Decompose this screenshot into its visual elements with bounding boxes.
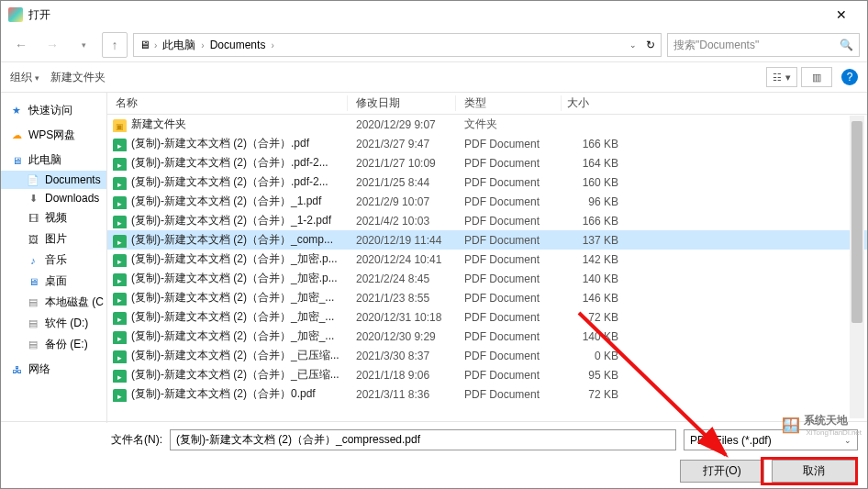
table-row[interactable]: ▣新建文件夹2020/12/29 9:07文件夹 bbox=[107, 115, 867, 134]
pdf-icon: ▸ bbox=[113, 196, 127, 209]
window-title: 打开 bbox=[28, 7, 823, 23]
newfolder-button[interactable]: 新建文件夹 bbox=[50, 70, 106, 85]
table-row[interactable]: ▸(复制)-新建文本文档 (2)（合并）_加密_...2020/12/31 10… bbox=[107, 307, 867, 327]
table-row[interactable]: ▸(复制)-新建文本文档 (2)（合并）_comp...2020/12/19 1… bbox=[107, 230, 867, 250]
refresh-icon[interactable]: ↻ bbox=[646, 39, 655, 51]
table-row[interactable]: ▸(复制)-新建文本文档 (2)（合并）0.pdf2021/3/11 8:36P… bbox=[107, 384, 867, 404]
table-row[interactable]: ▸(复制)-新建文本文档 (2)（合并）_1-2.pdf2021/4/2 10:… bbox=[107, 211, 867, 230]
pdf-icon: ▸ bbox=[113, 312, 127, 325]
breadcrumb-segment[interactable]: Documents bbox=[208, 39, 268, 51]
chevron-down-icon[interactable]: ⌄ bbox=[629, 40, 637, 50]
nav-up-icon[interactable]: ↑ bbox=[102, 32, 128, 58]
sidebar-item-documents[interactable]: 📄Documents bbox=[1, 171, 106, 189]
organize-menu[interactable]: 组织 bbox=[10, 70, 39, 85]
desktop-icon: 🖥 bbox=[27, 275, 39, 288]
app-icon bbox=[8, 7, 23, 22]
video-icon: 🎞 bbox=[27, 212, 39, 225]
pdf-icon: ▸ bbox=[113, 158, 127, 171]
chevron-right-icon: › bbox=[201, 40, 204, 50]
column-name[interactable]: 名称 bbox=[107, 95, 348, 111]
chevron-right-icon: › bbox=[154, 40, 157, 50]
pdf-icon: ▸ bbox=[113, 331, 127, 344]
file-list: 名称 修改日期 类型 大小 ▣新建文件夹2020/12/29 9:07文件夹▸(… bbox=[106, 93, 867, 423]
chevron-down-icon: ⌄ bbox=[844, 436, 851, 445]
preview-pane-icon[interactable]: ▥ bbox=[801, 67, 832, 87]
music-icon: ♪ bbox=[27, 254, 39, 267]
filename-label: 文件名(N): bbox=[111, 432, 162, 448]
nav-recent-icon[interactable]: ▾ bbox=[71, 32, 96, 58]
pdf-icon: ▸ bbox=[113, 389, 127, 402]
folder-icon: ▣ bbox=[113, 119, 127, 132]
nav-back-icon[interactable]: ← bbox=[8, 32, 34, 58]
pdf-icon: ▸ bbox=[113, 177, 127, 190]
document-icon: 📄 bbox=[27, 173, 39, 186]
toolbar: 组织 新建文件夹 ☷ ▾ ▥ ? bbox=[1, 61, 867, 93]
sidebar-item-quick[interactable]: ★快速访问 bbox=[1, 100, 106, 121]
chevron-right-icon: › bbox=[271, 40, 273, 50]
drive-icon: ▤ bbox=[27, 339, 39, 351]
search-placeholder: 搜索"Documents" bbox=[673, 38, 759, 53]
drive-icon: ▤ bbox=[27, 317, 39, 330]
search-input[interactable]: 搜索"Documents" 🔍 bbox=[667, 33, 860, 57]
pdf-icon: ▸ bbox=[113, 350, 127, 363]
table-row[interactable]: ▸(复制)-新建文本文档 (2)（合并）_加密.p...2020/12/24 1… bbox=[107, 250, 867, 269]
scrollbar[interactable] bbox=[850, 116, 864, 418]
breadcrumb[interactable]: 🖥 › 此电脑 › Documents › ⌄ ↻ bbox=[133, 33, 662, 57]
table-row[interactable]: ▸(复制)-新建文本文档 (2)（合并）_加密_...2020/12/30 9:… bbox=[107, 327, 867, 346]
sidebar-item-thispc[interactable]: 🖥此电脑 bbox=[1, 150, 106, 171]
open-button[interactable]: 打开(O) bbox=[680, 460, 764, 483]
drive-icon: ▤ bbox=[27, 296, 39, 309]
sidebar-item-wps[interactable]: ☁WPS网盘 bbox=[1, 125, 106, 146]
pdf-icon: ▸ bbox=[113, 370, 127, 383]
scrollbar-thumb[interactable] bbox=[851, 121, 862, 323]
table-row[interactable]: ▸(复制)-新建文本文档 (2)（合并）_1.pdf2021/2/9 10:07… bbox=[107, 192, 867, 211]
navbar: ← → ▾ ↑ 🖥 › 此电脑 › Documents › ⌄ ↻ 搜索"Doc… bbox=[1, 28, 867, 61]
watermark: 🪟 系统天地 XiTongTianDi.net bbox=[782, 413, 862, 437]
sidebar-item-pictures[interactable]: 🖼图片 bbox=[1, 228, 106, 250]
table-row[interactable]: ▸(复制)-新建文本文档 (2)（合并）_加密_...2021/1/23 8:5… bbox=[107, 288, 867, 307]
table-row[interactable]: ▸(复制)-新建文本文档 (2)（合并）.pdf2021/3/27 9:47PD… bbox=[107, 134, 867, 153]
pdf-icon: ▸ bbox=[113, 216, 127, 228]
pc-icon: 🖥 bbox=[139, 39, 150, 51]
footer: 文件名(N): PDF Files (*.pdf) ⌄ 打开(O) 取消 bbox=[1, 421, 867, 488]
table-row[interactable]: ▸(复制)-新建文本文档 (2)（合并）.pdf-2...2021/1/25 8… bbox=[107, 172, 867, 192]
view-options-icon[interactable]: ☷ ▾ bbox=[766, 67, 797, 87]
nav-forward-icon: → bbox=[39, 32, 65, 58]
cloud-icon: ☁ bbox=[10, 129, 23, 142]
help-icon[interactable]: ? bbox=[841, 69, 858, 85]
sidebar: ★快速访问 ☁WPS网盘 🖥此电脑 📄Documents ⬇Downloads … bbox=[1, 93, 106, 423]
sidebar-item-downloads[interactable]: ⬇Downloads bbox=[1, 189, 106, 207]
sidebar-item-drive-c[interactable]: ▤本地磁盘 (C bbox=[1, 292, 106, 313]
download-icon: ⬇ bbox=[27, 192, 39, 205]
pdf-icon: ▸ bbox=[113, 273, 127, 286]
sidebar-item-network[interactable]: 🖧网络 bbox=[1, 359, 106, 380]
pdf-icon: ▸ bbox=[113, 293, 127, 306]
titlebar: 打开 ✕ bbox=[1, 1, 867, 28]
breadcrumb-root[interactable]: 此电脑 bbox=[161, 38, 197, 53]
sidebar-item-drive-e[interactable]: ▤备份 (E:) bbox=[1, 334, 106, 355]
column-date[interactable]: 修改日期 bbox=[348, 95, 456, 111]
pdf-icon: ▸ bbox=[113, 235, 127, 248]
filename-input[interactable] bbox=[170, 429, 676, 450]
table-row[interactable]: ▸(复制)-新建文本文档 (2)（合并）_已压缩...2021/1/18 9:0… bbox=[107, 365, 867, 384]
pdf-icon: ▸ bbox=[113, 254, 127, 267]
close-icon[interactable]: ✕ bbox=[823, 7, 860, 22]
star-icon: ★ bbox=[10, 105, 23, 117]
column-headers: 名称 修改日期 类型 大小 bbox=[107, 93, 867, 115]
column-size[interactable]: 大小 bbox=[562, 95, 631, 111]
column-type[interactable]: 类型 bbox=[456, 95, 562, 111]
picture-icon: 🖼 bbox=[27, 233, 39, 246]
pdf-icon: ▸ bbox=[113, 139, 127, 151]
table-row[interactable]: ▸(复制)-新建文本文档 (2)（合并）_加密.p...2021/2/24 8:… bbox=[107, 269, 867, 288]
table-row[interactable]: ▸(复制)-新建文本文档 (2)（合并）_已压缩...2021/3/30 8:3… bbox=[107, 346, 867, 365]
pc-icon: 🖥 bbox=[10, 154, 23, 167]
table-row[interactable]: ▸(复制)-新建文本文档 (2)（合并）.pdf-2...2021/1/27 1… bbox=[107, 153, 867, 172]
cancel-button[interactable]: 取消 bbox=[772, 460, 856, 483]
sidebar-item-videos[interactable]: 🎞视频 bbox=[1, 207, 106, 228]
network-icon: 🖧 bbox=[10, 363, 23, 376]
sidebar-item-drive-d[interactable]: ▤软件 (D:) bbox=[1, 313, 106, 334]
sidebar-item-desktop[interactable]: 🖥桌面 bbox=[1, 271, 106, 292]
search-icon[interactable]: 🔍 bbox=[840, 39, 853, 51]
sidebar-item-music[interactable]: ♪音乐 bbox=[1, 250, 106, 271]
